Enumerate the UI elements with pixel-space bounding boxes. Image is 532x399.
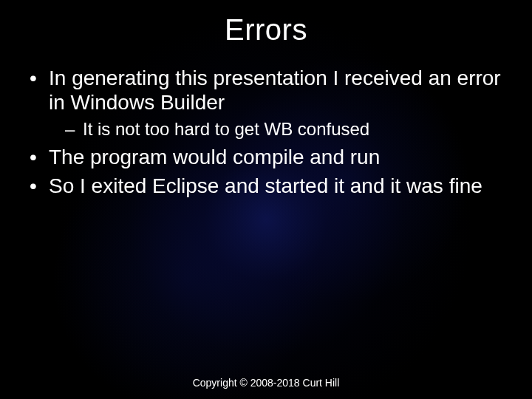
sub-bullet-text: It is not too hard to get WB confused [83,119,369,139]
copyright-footer: Copyright © 2008-2018 Curt Hill [0,377,532,389]
bullet-text: In generating this presentation I receiv… [49,66,501,114]
bullet-text: The program would compile and run [49,146,380,168]
sub-bullet-list: It is not too hard to get WB confused [49,119,511,140]
slide-container: Errors In generating this presentation I… [0,0,532,399]
bullet-item: So I exited Eclipse and started it and i… [27,174,511,198]
bullet-item: The program would compile and run [27,145,511,169]
bullet-text: So I exited Eclipse and started it and i… [49,174,482,197]
bullet-list: In generating this presentation I receiv… [21,66,511,198]
slide-title: Errors [21,13,511,47]
sub-bullet-item: It is not too hard to get WB confused [65,119,511,140]
bullet-item: In generating this presentation I receiv… [27,66,511,140]
